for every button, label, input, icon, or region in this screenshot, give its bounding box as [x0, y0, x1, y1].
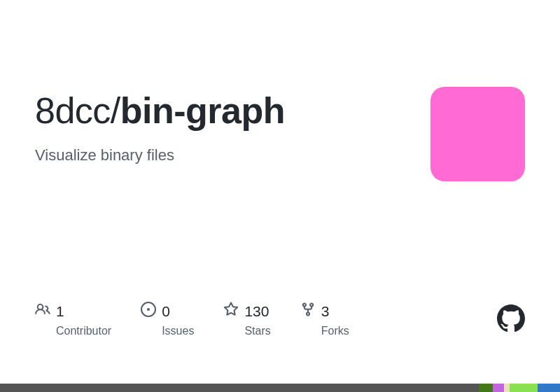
stat-stars-label: Stars: [244, 325, 270, 337]
stat-contributors: 1 Contributor: [35, 302, 111, 337]
fork-icon: [300, 302, 316, 321]
github-logo-icon: [497, 304, 525, 335]
language-segment: [504, 384, 510, 392]
stats-list: 1 Contributor 0 Issues 130: [35, 302, 349, 337]
people-icon: [35, 302, 50, 321]
language-segment: [510, 384, 538, 392]
stat-issues: 0 Issues: [141, 302, 194, 337]
stat-stars: 130 Stars: [223, 302, 270, 337]
repo-owner: 8dcc: [35, 90, 111, 131]
stat-contributors-label: Contributor: [56, 325, 111, 337]
language-bar: [0, 384, 560, 392]
star-icon: [223, 302, 239, 321]
stat-forks: 3 Forks: [300, 302, 349, 337]
language-segment: [538, 384, 560, 392]
stat-stars-count: 130: [244, 303, 269, 320]
language-segment: [479, 384, 493, 392]
issue-icon: [141, 302, 156, 321]
repo-description: Visualize binary files: [35, 146, 430, 164]
repo-thumbnail: [430, 87, 525, 181]
stat-issues-label: Issues: [162, 325, 194, 337]
language-segment: [493, 384, 504, 392]
repo-title: 8dcc/bin-graph: [35, 91, 430, 131]
title-slash: /: [111, 90, 120, 131]
language-segment: [0, 384, 479, 392]
stat-issues-count: 0: [162, 303, 170, 320]
repo-name: bin-graph: [120, 90, 285, 131]
stat-contributors-count: 1: [56, 303, 64, 320]
stat-forks-count: 3: [321, 303, 330, 320]
stat-forks-label: Forks: [321, 325, 349, 337]
